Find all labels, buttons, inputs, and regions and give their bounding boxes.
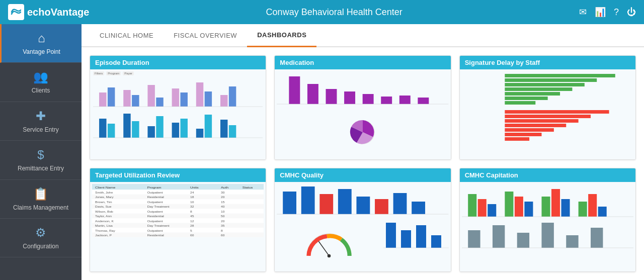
cq-bottom-bars	[383, 218, 449, 250]
tab-clinical-home[interactable]: CLINICAL HOME	[90, 25, 164, 46]
card-cmhc-capitation[interactable]: CMHC Capitation	[459, 168, 636, 272]
cq-bar-chart	[277, 184, 448, 217]
svg-rect-71	[92, 204, 264, 208]
svg-rect-5	[156, 98, 163, 107]
svg-rect-17	[147, 126, 154, 138]
svg-text:Wilson, Bob: Wilson, Bob	[95, 210, 113, 213]
svg-text:Outpatient: Outpatient	[147, 191, 163, 194]
svg-rect-50	[92, 184, 264, 190]
svg-rect-109	[338, 189, 352, 214]
sidebar-item-clients[interactable]: 👥 Clients	[0, 63, 82, 102]
svg-rect-26	[289, 76, 300, 104]
card-body-episode-duration: Filters Program Payer	[90, 69, 266, 159]
help-icon[interactable]: ?	[614, 7, 619, 18]
card-cmhc-quality[interactable]: CMHC Quality	[274, 168, 451, 272]
svg-text:10: 10	[221, 210, 225, 213]
svg-rect-66	[92, 199, 264, 204]
svg-text:Outpatient: Outpatient	[147, 220, 163, 222]
logout-icon[interactable]: ⏻	[627, 7, 636, 18]
svg-rect-31	[381, 97, 392, 104]
card-targeted-utilization[interactable]: Targeted Utilization Review Client Name …	[90, 168, 266, 272]
svg-rect-42	[505, 101, 535, 105]
svg-line-115	[319, 241, 329, 255]
card-body-medication	[275, 69, 450, 159]
svg-text:Thomas, Ray: Thomas, Ray	[95, 229, 115, 232]
svg-rect-32	[399, 96, 411, 104]
svg-rect-44	[505, 115, 591, 118]
svg-rect-140	[591, 228, 603, 248]
svg-text:Anderson, K: Anderson, K	[95, 220, 114, 222]
svg-rect-2	[123, 90, 130, 107]
svg-rect-137	[517, 233, 529, 248]
svg-rect-21	[196, 129, 203, 138]
chart-icon[interactable]: 📊	[595, 7, 606, 18]
svg-rect-22	[205, 115, 212, 138]
svg-text:Outpatient: Outpatient	[147, 229, 163, 232]
svg-rect-16	[132, 121, 139, 138]
sidebar-item-claims-management[interactable]: 📋 Claims Management	[0, 180, 82, 219]
svg-text:Taylor, Ann: Taylor, Ann	[95, 215, 112, 217]
sig-green-chart	[462, 71, 633, 107]
svg-rect-4	[147, 85, 154, 107]
mail-icon[interactable]: ✉	[579, 7, 587, 18]
sidebar-item-vantage-point[interactable]: ⌂ Vantage Point	[0, 24, 82, 63]
settings-icon: ⚙	[35, 226, 46, 240]
dashboard-grid: Episode Duration Filters Program Payer	[82, 47, 644, 280]
svg-rect-36	[505, 74, 615, 77]
svg-rect-133	[598, 207, 606, 217]
svg-rect-10	[220, 95, 227, 107]
svg-rect-45	[505, 119, 578, 123]
sig-red-chart	[462, 108, 633, 143]
sidebar-item-service-entry[interactable]: ✚ Service Entry	[0, 102, 82, 141]
tab-fiscal-overview[interactable]: FISCAL OVERVIEW	[164, 25, 247, 46]
app-header: echoVantage Conway Behavioral Health Cen…	[0, 0, 644, 24]
card-header-cmhc-capitation: CMHC Capitation	[460, 168, 635, 182]
svg-rect-23	[220, 120, 227, 138]
card-medication[interactable]: Medication	[274, 55, 451, 160]
sidebar-label-clients: Clients	[32, 87, 50, 94]
svg-text:Day Treatment: Day Treatment	[147, 224, 170, 227]
svg-rect-119	[416, 225, 426, 248]
svg-text:18: 18	[190, 196, 194, 199]
card-header-cmhc-quality: CMHC Quality	[275, 168, 450, 182]
tab-dashboards[interactable]: DASHBOARDS	[247, 24, 316, 47]
card-episode-duration[interactable]: Episode Duration Filters Program Payer	[90, 55, 266, 160]
svg-text:50: 50	[221, 215, 225, 217]
logo-icon	[8, 4, 24, 20]
svg-text:45: 45	[190, 215, 194, 217]
svg-text:60: 60	[221, 234, 225, 236]
svg-rect-117	[386, 223, 396, 248]
header-actions: ✉ 📊 ? ⏻	[579, 7, 636, 18]
svg-text:Jones, Mary: Jones, Mary	[95, 196, 114, 199]
svg-rect-81	[92, 213, 264, 218]
svg-text:24: 24	[190, 191, 194, 194]
svg-rect-33	[418, 98, 429, 104]
svg-rect-38	[505, 83, 584, 86]
main-layout: ⌂ Vantage Point 👥 Clients ✚ Service Entr…	[0, 24, 644, 280]
svg-text:32: 32	[190, 206, 194, 208]
svg-text:Day Treatment: Day Treatment	[147, 206, 170, 208]
svg-rect-125	[505, 192, 513, 217]
svg-rect-20	[180, 119, 187, 138]
sidebar-item-configuration[interactable]: ⚙ Configuration	[0, 219, 82, 257]
sidebar-item-remittance-entry[interactable]: $ Remittance Entry	[0, 141, 82, 179]
svg-rect-15	[123, 114, 130, 138]
svg-rect-122	[468, 194, 476, 217]
svg-rect-28	[326, 89, 337, 104]
ep-filters: Filters Program Payer	[93, 71, 263, 75]
card-signature-delay[interactable]: Signature Delay by Staff	[459, 55, 636, 160]
card-header-targeted-utilization: Targeted Utilization Review	[90, 168, 266, 182]
svg-text:Brown, Tim: Brown, Tim	[95, 201, 112, 203]
svg-rect-43	[505, 110, 609, 114]
card-header-medication: Medication	[275, 56, 450, 69]
svg-rect-135	[468, 230, 480, 248]
card-body-cmhc-capitation	[460, 182, 635, 272]
svg-rect-107	[301, 186, 315, 214]
svg-text:60: 60	[190, 234, 194, 236]
svg-rect-29	[344, 91, 355, 104]
sidebar: ⌂ Vantage Point 👥 Clients ✚ Service Entr…	[0, 24, 82, 280]
svg-rect-138	[541, 223, 553, 248]
svg-text:Residential: Residential	[147, 234, 164, 236]
svg-rect-128	[541, 197, 550, 217]
dollar-icon: $	[37, 148, 44, 162]
